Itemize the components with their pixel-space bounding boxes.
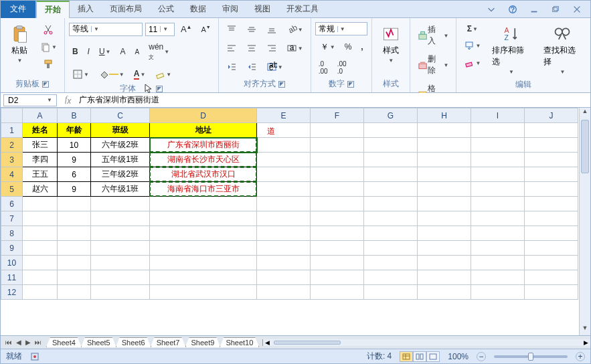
cell[interactable] xyxy=(525,153,578,167)
cell[interactable] xyxy=(257,256,311,270)
borders-button[interactable]: ▼ xyxy=(69,67,92,82)
cell[interactable] xyxy=(364,211,418,226)
scroll-up-icon[interactable]: ▲ xyxy=(580,108,590,118)
col-header[interactable]: D xyxy=(150,108,257,123)
sheet-tab[interactable]: Sheet6 xyxy=(116,337,151,347)
cell[interactable] xyxy=(257,197,311,211)
tab-file[interactable]: 文件 xyxy=(1,1,36,18)
cell[interactable] xyxy=(58,211,91,226)
cell[interactable] xyxy=(23,256,58,270)
align-top-button[interactable] xyxy=(223,22,240,37)
sheet-nav-prev[interactable]: ◀ xyxy=(14,339,23,346)
increase-decimal-button[interactable]: .0.00 xyxy=(315,58,331,77)
cell[interactable]: 张三 xyxy=(23,138,58,153)
cell[interactable] xyxy=(150,211,257,226)
cell[interactable] xyxy=(525,167,578,182)
cell[interactable] xyxy=(150,241,257,256)
cell[interactable] xyxy=(525,256,578,270)
cell[interactable] xyxy=(418,138,471,153)
cell[interactable]: 六年级2班 xyxy=(91,138,150,153)
cell[interactable]: 李四 xyxy=(23,153,58,167)
cell[interactable] xyxy=(150,197,257,211)
col-header[interactable]: C xyxy=(91,108,150,123)
cell[interactable] xyxy=(471,211,525,226)
insert-cells-button[interactable]: 插入▼ xyxy=(414,22,452,49)
view-page-break-button[interactable] xyxy=(426,351,440,362)
align-middle-button[interactable] xyxy=(243,22,260,37)
grid-scroll[interactable]: A B C D E F G H I J 1 姓名 年龄 班级 地址 2 张三 1… xyxy=(1,108,579,335)
cell[interactable] xyxy=(418,256,471,270)
row-header[interactable]: 7 xyxy=(1,211,23,226)
cell[interactable] xyxy=(257,123,311,138)
currency-button[interactable]: ￥▼ xyxy=(315,39,339,54)
row-header[interactable]: 9 xyxy=(1,241,23,256)
cell[interactable]: 赵六 xyxy=(23,182,58,197)
tab-page-layout[interactable]: 页面布局 xyxy=(102,1,150,18)
cell[interactable] xyxy=(418,123,471,138)
align-center-button[interactable] xyxy=(243,41,260,56)
cell[interactable] xyxy=(418,167,471,182)
bold-button[interactable]: B xyxy=(69,45,82,58)
cell[interactable] xyxy=(257,167,311,182)
view-page-layout-button[interactable] xyxy=(413,351,426,362)
cut-button[interactable] xyxy=(37,22,60,37)
cell[interactable] xyxy=(364,241,418,256)
cell[interactable] xyxy=(364,167,418,182)
cell[interactable] xyxy=(91,241,150,256)
sheet-tab[interactable]: Sheet5 xyxy=(81,337,116,347)
scroll-thumb[interactable] xyxy=(581,120,589,173)
window-restore-icon[interactable] xyxy=(547,3,564,16)
row-header[interactable]: 10 xyxy=(1,256,23,270)
cell[interactable] xyxy=(418,241,471,256)
spreadsheet-grid[interactable]: A B C D E F G H I J 1 姓名 年龄 班级 地址 2 张三 1… xyxy=(1,108,578,300)
cell[interactable]: 五年级1班 xyxy=(91,153,150,167)
col-header[interactable]: F xyxy=(311,108,364,123)
align-left-button[interactable] xyxy=(223,41,240,56)
cell[interactable] xyxy=(525,197,578,211)
col-header[interactable]: B xyxy=(58,108,91,123)
paste-button[interactable]: 粘贴 ▼ xyxy=(5,22,34,66)
alignment-dialog-launcher[interactable] xyxy=(278,81,285,88)
align-bottom-button[interactable] xyxy=(263,22,280,37)
cell[interactable] xyxy=(58,256,91,270)
cell[interactable] xyxy=(311,270,364,285)
cell[interactable] xyxy=(364,285,418,300)
number-dialog-launcher[interactable] xyxy=(347,81,354,88)
cell[interactable] xyxy=(257,270,311,285)
cell[interactable]: 班级 xyxy=(91,123,150,138)
cell[interactable] xyxy=(418,270,471,285)
tab-insert[interactable]: 插入 xyxy=(70,1,102,18)
zoom-out-button[interactable]: − xyxy=(477,352,486,361)
fx-icon[interactable]: fx xyxy=(60,94,76,106)
cell[interactable] xyxy=(525,211,578,226)
cell[interactable] xyxy=(150,256,257,270)
cell[interactable] xyxy=(311,241,364,256)
cell[interactable] xyxy=(311,123,364,138)
cell[interactable] xyxy=(257,241,311,256)
cell[interactable] xyxy=(525,270,578,285)
scroll-left-icon[interactable]: ◀ xyxy=(263,339,272,346)
row-header[interactable]: 1 xyxy=(1,123,23,138)
cell[interactable] xyxy=(91,211,150,226)
row-header[interactable]: 4 xyxy=(1,167,23,182)
cell[interactable] xyxy=(311,167,364,182)
cell[interactable] xyxy=(58,270,91,285)
row-header[interactable]: 6 xyxy=(1,197,23,211)
help-icon[interactable]: ? xyxy=(505,3,521,16)
zoom-level[interactable]: 100% xyxy=(448,352,469,361)
cell[interactable] xyxy=(91,226,150,241)
cell[interactable] xyxy=(364,153,418,167)
wrap-text-button[interactable]: abc▼ xyxy=(263,60,286,74)
phonetic-button[interactable]: wén文▼ xyxy=(145,40,173,63)
underline-button[interactable]: U▼ xyxy=(96,45,114,58)
decrease-font-button-2[interactable]: A xyxy=(132,46,143,58)
window-minimize-icon[interactable] xyxy=(526,3,542,16)
font-dialog-launcher[interactable] xyxy=(156,86,163,92)
macro-record-icon[interactable] xyxy=(30,352,39,361)
cell[interactable]: 年龄 xyxy=(58,123,91,138)
window-close-icon[interactable] xyxy=(569,3,585,16)
col-header[interactable]: H xyxy=(418,108,471,123)
cell[interactable] xyxy=(364,226,418,241)
tab-view[interactable]: 视图 xyxy=(246,1,278,18)
cell-active[interactable]: 广东省深圳市西丽街 xyxy=(150,138,257,153)
